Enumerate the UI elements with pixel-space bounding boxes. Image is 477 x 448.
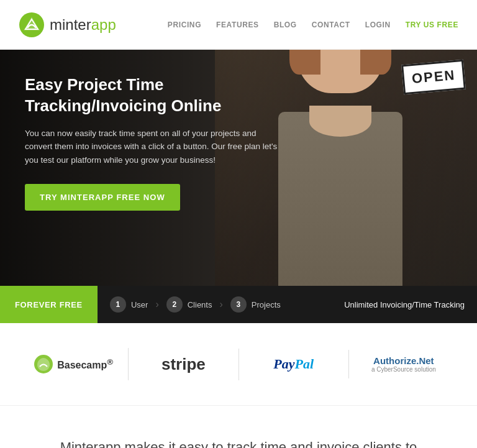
basecamp-icon bbox=[34, 354, 53, 374]
feature-item-user: 1 User bbox=[110, 296, 148, 313]
partner-paypal: PayPal bbox=[239, 350, 349, 378]
partners-section: Basecamp® stripe PayPal Authorize.Net a … bbox=[0, 323, 477, 406]
features-items: 1 User › 2 Clients › 3 Projects Unlimite… bbox=[98, 286, 477, 323]
logo-icon bbox=[19, 12, 45, 38]
feature-item-projects: 3 Projects bbox=[230, 296, 281, 313]
partner-name-authorize: Authorize.Net bbox=[371, 355, 436, 366]
feature-label-clients: Clients bbox=[188, 300, 212, 309]
feature-arrow-2: › bbox=[219, 299, 222, 310]
nav-pricing[interactable]: PRICING bbox=[168, 21, 201, 29]
nav-contact[interactable]: CONTACT bbox=[312, 21, 350, 29]
hero-description: You can now easily track time spent on a… bbox=[25, 127, 286, 167]
nav-blog[interactable]: BLOG bbox=[274, 21, 297, 29]
logo-text: minterapp bbox=[50, 16, 116, 34]
hero-content: Easy Project Time Tracking/Invoicing Onl… bbox=[25, 75, 286, 211]
partner-name-paypal: PayPal bbox=[273, 356, 314, 372]
hero-section: OPEN Easy Project Time Tracking/Invoicin… bbox=[0, 50, 477, 286]
authorize-subtitle: a CyberSource solution bbox=[371, 366, 436, 373]
partner-authorize: Authorize.Net a CyberSource solution bbox=[349, 349, 458, 379]
features-bar: FOREVER FREE 1 User › 2 Clients › 3 Proj… bbox=[0, 286, 477, 323]
feature-num-2: 2 bbox=[166, 296, 183, 313]
feature-num-1: 1 bbox=[110, 296, 126, 313]
feature-label-user: User bbox=[131, 300, 148, 309]
feature-arrow-1: › bbox=[155, 299, 158, 310]
feature-label-projects: Projects bbox=[252, 300, 281, 309]
partner-basecamp: Basecamp® bbox=[19, 348, 129, 380]
tagline-text: Minterapp makes it easy to track time an… bbox=[50, 437, 427, 448]
unlimited-text: Unlimited Invoicing/Time Tracking bbox=[344, 300, 465, 309]
nav-try-free[interactable]: TRY US FREE bbox=[406, 21, 458, 29]
nav-features[interactable]: FEATURES bbox=[216, 21, 259, 29]
open-sign: OPEN bbox=[401, 60, 466, 95]
header: minterapp PRICING FEATURES BLOG CONTACT … bbox=[0, 0, 477, 50]
logo[interactable]: minterapp bbox=[19, 12, 116, 38]
hero-title: Easy Project Time Tracking/Invoicing Onl… bbox=[25, 75, 286, 117]
nav-login[interactable]: LOGIN bbox=[365, 21, 391, 29]
partner-name-basecamp: Basecamp® bbox=[57, 357, 113, 371]
partner-name-stripe: stripe bbox=[161, 355, 206, 374]
main-nav: PRICING FEATURES BLOG CONTACT LOGIN TRY … bbox=[168, 21, 458, 29]
feature-item-clients: 2 Clients bbox=[166, 296, 212, 313]
forever-free-label: FOREVER FREE bbox=[0, 286, 98, 323]
tagline-section: Minterapp makes it easy to track time an… bbox=[0, 406, 477, 448]
feature-num-3: 3 bbox=[230, 296, 247, 313]
hero-cta-button[interactable]: TRY MINTERAPP FREE NOW bbox=[25, 184, 180, 211]
partner-stripe: stripe bbox=[129, 349, 238, 380]
